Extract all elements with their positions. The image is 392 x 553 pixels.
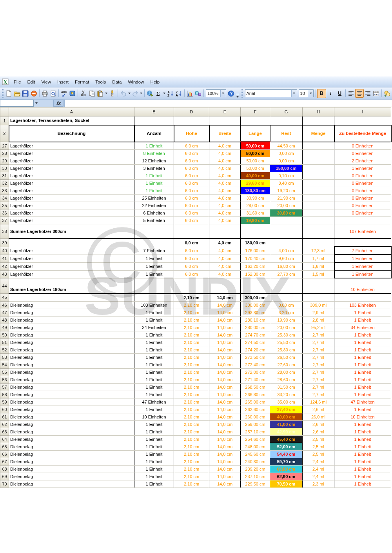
cell-F59[interactable]: 265,00 cm: [241, 398, 270, 406]
cell-I52[interactable]: 1 Einheit: [334, 346, 391, 353]
cell-G70[interactable]: 70,50 cm: [270, 480, 303, 488]
cell-I56[interactable]: 1 Einheit: [334, 376, 391, 383]
cell-D28[interactable]: 6,0 cm: [174, 150, 209, 157]
cell-B42[interactable]: 1 Einheit: [134, 262, 174, 270]
cell-D59[interactable]: 2,10 cm: [174, 398, 209, 406]
cell-I71[interactable]: 1 Einheit: [334, 488, 391, 488]
row-number[interactable]: 39: [0, 239, 9, 247]
name-box-dropdown[interactable]: [34, 100, 39, 107]
size-combo-dropdown[interactable]: [308, 90, 313, 97]
cell-E45[interactable]: 14,0 cm: [209, 293, 241, 301]
cell-F31[interactable]: 40,00 cm: [241, 172, 270, 180]
cell-H32[interactable]: [303, 180, 334, 187]
name-box[interactable]: [0, 100, 34, 107]
cell-D65[interactable]: 2,10 cm: [174, 443, 209, 450]
cell-I63[interactable]: 1 Einheit: [334, 428, 391, 435]
cell-H67[interactable]: 2,4 ml: [303, 458, 334, 465]
cell-G27[interactable]: 44,50 cm: [270, 142, 303, 150]
cell-A48[interactable]: Dielenbelag: [9, 316, 134, 324]
cell-H28[interactable]: [303, 150, 334, 157]
row-number[interactable]: 56: [0, 376, 9, 383]
row-number[interactable]: 60: [0, 406, 9, 413]
row-number[interactable]: 61: [0, 413, 9, 420]
cell-I59[interactable]: 47 Einheiten: [334, 398, 391, 406]
autosum-dropdown[interactable]: [163, 89, 167, 98]
cell-G71[interactable]: 74,00 cm: [270, 488, 303, 488]
cell-A44[interactable]: Summe Lagerhölzer 180cm: [9, 278, 134, 293]
cell-B58[interactable]: 1 Einheit: [134, 391, 174, 398]
chart-wizard-icon[interactable]: [186, 89, 194, 98]
cell-I69[interactable]: 1 Einheit: [334, 473, 391, 480]
row-number[interactable]: 66: [0, 450, 9, 458]
cell-D33[interactable]: 6,0 cm: [174, 187, 209, 195]
cell-G38[interactable]: [270, 224, 303, 239]
cell-D54[interactable]: 2,10 cm: [174, 361, 209, 368]
cell-I54[interactable]: 1 Einheit: [334, 361, 391, 368]
bold-button[interactable]: B: [317, 89, 326, 98]
format-painter-icon[interactable]: [108, 89, 116, 98]
cell-F64[interactable]: 254,60 cm: [241, 435, 270, 443]
cell-E61[interactable]: 14,0 cm: [209, 413, 241, 420]
cell-D53[interactable]: 2,10 cm: [174, 353, 209, 361]
cell-E71[interactable]: 14,0 cm: [209, 488, 241, 488]
cell-D32[interactable]: 6,0 cm: [174, 180, 209, 187]
cell-I30[interactable]: 1 Einheiten: [334, 165, 391, 172]
row-number[interactable]: 36: [0, 209, 9, 217]
cell-B30[interactable]: 3 Einheiten: [134, 165, 174, 172]
cell-E36[interactable]: 4,0 cm: [209, 209, 241, 217]
cell-B65[interactable]: 1 Einheit: [134, 443, 174, 450]
cell-F56[interactable]: 271,40 cm: [241, 376, 270, 383]
cell-H29[interactable]: [303, 157, 334, 165]
cell-A58[interactable]: Dielenbelag: [9, 391, 134, 398]
cell-G43[interactable]: 27,70 cm: [270, 270, 303, 278]
cell-E38[interactable]: [209, 224, 241, 239]
cell-A56[interactable]: Dielenbelag: [9, 376, 134, 383]
row-number[interactable]: 1: [0, 116, 9, 125]
cell-B29[interactable]: 12 Einheiten: [134, 157, 174, 165]
cell-E58[interactable]: 14,0 cm: [209, 391, 241, 398]
cell-H60[interactable]: 2,6 ml: [303, 406, 334, 413]
menu-format[interactable]: Format: [72, 78, 92, 86]
cell-A42[interactable]: Lagerhölzer: [9, 262, 134, 270]
cell-F45[interactable]: 300,00 cm: [241, 293, 270, 301]
cell-B60[interactable]: 1 Einheit: [134, 406, 174, 413]
cell-B66[interactable]: 1 Einheit: [134, 450, 174, 458]
row-number[interactable]: 40: [0, 247, 9, 255]
cell-E42[interactable]: 4,0 cm: [209, 262, 241, 270]
cell-H65[interactable]: 2,5 ml: [303, 443, 334, 450]
cell-E66[interactable]: 14,0 cm: [209, 450, 241, 458]
cell-I50[interactable]: 1 Einheit: [334, 331, 391, 338]
cell-F2[interactable]: Länge: [241, 125, 270, 142]
cell-I32[interactable]: 0 Einheiten: [334, 180, 391, 187]
cell-A49[interactable]: Dielenbelag: [9, 324, 134, 331]
cell-A45[interactable]: [9, 293, 134, 301]
cell-I36[interactable]: 0 Einheiten: [334, 209, 391, 217]
cell-B50[interactable]: 1 Einheit: [134, 331, 174, 338]
cell-I47[interactable]: 1 Einheit: [334, 309, 391, 316]
cell-E51[interactable]: 14,0 cm: [209, 338, 241, 346]
cell-E31[interactable]: 4,0 cm: [209, 172, 241, 180]
cell-E43[interactable]: 4,0 cm: [209, 270, 241, 278]
cell-H27[interactable]: [303, 142, 334, 150]
cell-G32[interactable]: 8,40 cm: [270, 180, 303, 187]
cell-H42[interactable]: 1,6 ml: [303, 262, 334, 270]
cell-A2[interactable]: Bezeichnung: [9, 125, 134, 142]
cell-G68[interactable]: 60,80 cm: [270, 465, 303, 473]
cell-H1[interactable]: [303, 116, 334, 125]
cell-H71[interactable]: 2,3 ml: [303, 488, 334, 488]
cell-G31[interactable]: 0,10 cm: [270, 172, 303, 180]
cell-A39[interactable]: [9, 239, 134, 247]
cell-E70[interactable]: 14,0 cm: [209, 480, 241, 488]
cell-B39[interactable]: [134, 239, 174, 247]
cell-H41[interactable]: 1,7 ml: [303, 255, 334, 262]
cell-G44[interactable]: [270, 278, 303, 293]
cell-F1[interactable]: [241, 116, 270, 125]
cell-I39[interactable]: [334, 239, 391, 247]
cell-F67[interactable]: 240,30 cm: [241, 458, 270, 465]
cell-A51[interactable]: Dielenbelag: [9, 338, 134, 346]
menu-window[interactable]: Window: [125, 78, 147, 86]
cell-D58[interactable]: 2,10 cm: [174, 391, 209, 398]
cell-D56[interactable]: 2,10 cm: [174, 376, 209, 383]
cell-G40[interactable]: 4,00 cm: [270, 247, 303, 255]
cell-E28[interactable]: 4,0 cm: [209, 150, 241, 157]
